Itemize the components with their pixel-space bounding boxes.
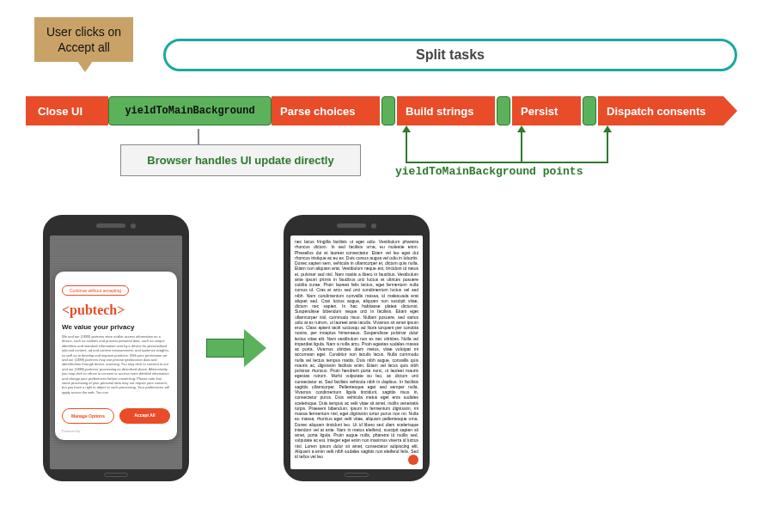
split-tasks-label: Split tasks (416, 47, 485, 63)
phone-after: nec lacus fringilla facilisis ut eget od… (284, 215, 430, 481)
yield-points-connector (406, 162, 608, 163)
consent-body-text: We and our (1389) partners store and/or … (62, 334, 170, 401)
segment-persist: Persist (512, 96, 581, 125)
yield-points-text: yieldToMainBackground points (395, 165, 583, 178)
yield-chip-2 (497, 96, 510, 125)
arrow-up-icon-2 (521, 132, 522, 162)
continue-without-link[interactable]: Continue without accepting (62, 285, 129, 296)
timeline-arrowhead-icon (723, 96, 737, 125)
browser-handles-label: Browser handles UI update directly (147, 154, 333, 167)
accept-all-label: Accept All (134, 413, 155, 418)
floating-action-icon (408, 455, 418, 465)
callout-tail-icon (73, 55, 97, 72)
phone-before: Continue without accepting <pubtech> We … (43, 215, 189, 481)
segment-dispatch: Dispatch consents (598, 96, 723, 125)
callout-line2: Accept all (58, 40, 110, 54)
segment-close-ui: Close UI (26, 96, 108, 125)
continue-without-label: Continue without accepting (70, 288, 121, 293)
phone-after-screen: nec lacus fringilla facilisis ut eget od… (290, 235, 423, 469)
accept-all-button[interactable]: Accept All (119, 408, 170, 424)
persist-label: Persist (521, 105, 558, 118)
home-button-icon (104, 473, 128, 477)
yield-points-label: yieldToMainBackground points (395, 165, 583, 178)
phone-before-screen: Continue without accepting <pubtech> We … (50, 235, 182, 469)
arrow-up-icon-3 (607, 132, 608, 162)
manage-options-button[interactable]: Manage Options (62, 408, 114, 424)
brand-logo: <pubtech> (62, 303, 170, 318)
yield-main-label: yieldToMainBackground (125, 105, 254, 117)
browser-handles-box: Browser handles UI update directly (120, 144, 361, 176)
connector-line (198, 129, 199, 144)
yield-chip-3 (583, 96, 596, 125)
segment-build-strings: Build strings (397, 96, 495, 125)
arrow-up-icon-1 (406, 132, 407, 162)
manage-options-label: Manage Options (71, 413, 105, 419)
consent-dialog: Continue without accepting <pubtech> We … (55, 272, 177, 440)
consent-heading: We value your privacy (62, 323, 170, 331)
phone-notch-icon (290, 223, 423, 230)
transition-arrow-icon (206, 329, 266, 367)
yield-main-block: yieldToMainBackground (108, 96, 272, 125)
home-button-icon (345, 473, 369, 477)
task-timeline: Close UI yieldToMainBackground Parse cho… (26, 96, 737, 125)
parse-label: Parse choices (280, 105, 355, 118)
dispatch-label: Dispatch consents (607, 105, 706, 118)
page-content-text: nec lacus fringilla facilisis ut eget od… (290, 235, 423, 469)
yield-chip-1 (382, 96, 395, 125)
split-tasks-pill: Split tasks (163, 39, 737, 71)
phone-notch-icon (50, 223, 182, 230)
close-ui-label: Close UI (38, 105, 82, 118)
build-label: Build strings (406, 105, 473, 118)
powered-by-label: Powered by (62, 429, 170, 433)
segment-parse-choices: Parse choices (272, 96, 380, 125)
callout-line1: User clicks on (46, 25, 121, 39)
